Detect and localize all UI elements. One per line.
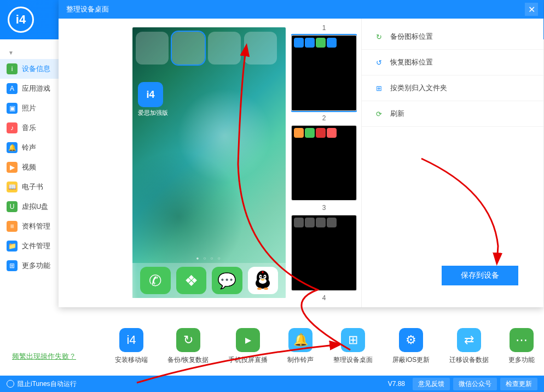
wechat-official-button[interactable]: 微信公众号 — [453, 378, 497, 390]
page-thumb-2[interactable] — [291, 125, 357, 201]
sidebar-icon: ⊞ — [7, 260, 18, 271]
page-thumb-1[interactable] — [291, 35, 357, 111]
tool-icon: ▸ — [236, 328, 260, 352]
app-folder-icon[interactable] — [208, 32, 241, 65]
page-number: 3 — [291, 203, 357, 213]
sidebar-icon: ▣ — [7, 103, 18, 114]
feedback-button[interactable]: 意见反馈 — [413, 378, 450, 390]
action-label: 备份图标位置 — [390, 32, 433, 42]
app-logo: i4 — [8, 7, 34, 33]
desktop-organizer-modal: 整理设备桌面 ✕ i4 爱思加强版 ● ○ ○ ○ ✆ ❖ 💬 — [59, 0, 543, 307]
tool-label: 备份/恢复数据 — [167, 355, 209, 365]
itunes-block-toggle[interactable]: 阻止iTunes自动运行 — [18, 379, 77, 389]
action-label: 刷新 — [390, 109, 404, 119]
faq-link[interactable]: 频繁出现操作失败？ — [12, 352, 76, 361]
app-label: 爱思加强版 — [138, 109, 168, 116]
app-icon-selected[interactable] — [172, 32, 205, 65]
phone-icon[interactable]: ✆ — [140, 267, 171, 294]
version-label: V7.88 — [388, 380, 405, 388]
svg-point-5 — [261, 276, 262, 277]
tool-label: 迁移设备数据 — [449, 355, 489, 365]
tool-2[interactable]: ▸手机投屏直播 — [228, 328, 268, 365]
tool-1[interactable]: ↻备份/恢复数据 — [167, 328, 209, 365]
check-update-button[interactable]: 检查更新 — [500, 378, 537, 390]
sidebar-item-label: 照片 — [22, 103, 36, 113]
wechat-icon[interactable]: ❖ — [176, 267, 207, 294]
tool-label: 屏蔽iOS更新 — [392, 355, 430, 365]
right-action-0[interactable]: ↻备份图标位置 — [362, 24, 543, 50]
footer-bar: 阻止iTunes自动运行 V7.88 意见反馈 微信公众号 检查更新 — [0, 376, 544, 392]
sidebar-item-label: 铃声 — [22, 143, 36, 153]
action-label: 恢复图标位置 — [390, 57, 433, 67]
sidebar-item-label: 电子书 — [22, 182, 43, 192]
sidebar-icon: ▶ — [7, 162, 18, 173]
dock[interactable]: ✆ ❖ 💬 — [132, 263, 286, 298]
home-icon-row[interactable] — [136, 32, 282, 65]
tool-3[interactable]: 🔔制作铃声 — [287, 328, 314, 365]
tool-label: 更多功能 — [508, 355, 535, 365]
close-icon[interactable]: ✕ — [525, 3, 538, 16]
svg-point-8 — [264, 288, 268, 290]
sidebar-item-8[interactable]: ≡资料管理 — [0, 217, 60, 236]
sidebar-icon: A — [7, 83, 18, 94]
sidebar-item-7[interactable]: U虚拟U盘 — [0, 197, 60, 217]
tool-7[interactable]: ⋯更多功能 — [508, 328, 535, 365]
page-dots: ● ○ ○ ○ — [132, 256, 286, 261]
chevron-down-icon[interactable]: ▼ — [8, 50, 60, 56]
tool-label: 安装移动端 — [115, 355, 148, 365]
app-icon[interactable] — [244, 32, 277, 65]
page-thumb-3[interactable] — [291, 215, 357, 291]
tool-icon: i4 — [119, 328, 143, 352]
right-action-2[interactable]: ⊞按类别归入文件夹 — [362, 75, 543, 101]
sidebar-item-4[interactable]: 🔔铃声 — [0, 138, 60, 157]
tool-label: 制作铃声 — [287, 355, 314, 365]
page-number: 2 — [291, 113, 357, 123]
action-icon: ↻ — [374, 32, 384, 42]
sidebar: ▼ i设备信息A应用游戏▣照片♪音乐🔔铃声▶视频📖电子书U虚拟U盘≡资料管理📁文… — [0, 46, 60, 276]
action-label: 按类别归入文件夹 — [390, 83, 447, 93]
qq-icon[interactable] — [248, 267, 279, 294]
tool-icon: ⋯ — [510, 328, 534, 352]
sidebar-item-3[interactable]: ♪音乐 — [0, 118, 60, 138]
right-action-3[interactable]: ⟳刷新 — [362, 101, 543, 127]
sidebar-icon: 📁 — [7, 241, 18, 251]
sidebar-item-label: 更多功能 — [22, 261, 50, 271]
sidebar-item-5[interactable]: ▶视频 — [0, 157, 60, 177]
tool-icon: ⇄ — [457, 328, 481, 352]
page-thumbnails: 1 2 3 4 — [291, 23, 357, 303]
sidebar-item-10[interactable]: ⊞更多功能 — [0, 256, 60, 276]
modal-titlebar: 整理设备桌面 ✕ — [59, 0, 543, 19]
sidebar-item-label: 应用游戏 — [22, 84, 50, 93]
tool-icon: ⊞ — [341, 328, 365, 352]
tool-icon: ⚙ — [399, 328, 423, 352]
tool-label: 手机投屏直播 — [228, 355, 268, 365]
action-icon: ⟳ — [374, 109, 384, 119]
sidebar-item-label: 设备信息 — [22, 64, 50, 74]
sidebar-item-0[interactable]: i设备信息 — [0, 59, 60, 79]
device-preview[interactable]: i4 爱思加强版 ● ○ ○ ○ ✆ ❖ 💬 — [132, 27, 286, 298]
sidebar-item-2[interactable]: ▣照片 — [0, 98, 60, 118]
tool-4[interactable]: ⊞整理设备桌面 — [333, 328, 373, 365]
sidebar-icon: 🔔 — [7, 142, 18, 153]
svg-point-2 — [259, 278, 267, 284]
sidebar-item-9[interactable]: 📁文件管理 — [0, 236, 60, 256]
messages-icon[interactable]: 💬 — [212, 267, 242, 294]
sidebar-item-1[interactable]: A应用游戏 — [0, 79, 60, 98]
action-icon: ⊞ — [374, 83, 384, 93]
sidebar-item-label: 资料管理 — [22, 221, 50, 231]
sidebar-icon: 📖 — [7, 182, 18, 192]
page-number: 4 — [291, 293, 357, 303]
tool-5[interactable]: ⚙屏蔽iOS更新 — [392, 328, 430, 365]
svg-point-7 — [257, 288, 262, 290]
sidebar-item-6[interactable]: 📖电子书 — [0, 177, 60, 197]
save-to-device-button[interactable]: 保存到设备 — [442, 266, 518, 285]
right-action-1[interactable]: ↺恢复图标位置 — [362, 50, 543, 75]
i4-app-icon[interactable]: i4 爱思加强版 — [138, 82, 168, 117]
tool-0[interactable]: i4安装移动端 — [115, 328, 148, 365]
app-icon[interactable] — [136, 32, 169, 65]
tool-6[interactable]: ⇄迁移设备数据 — [449, 328, 489, 365]
svg-point-6 — [264, 276, 265, 277]
circle-icon — [7, 380, 14, 388]
tool-icon: ↻ — [176, 328, 200, 352]
sidebar-icon: i — [7, 63, 18, 74]
